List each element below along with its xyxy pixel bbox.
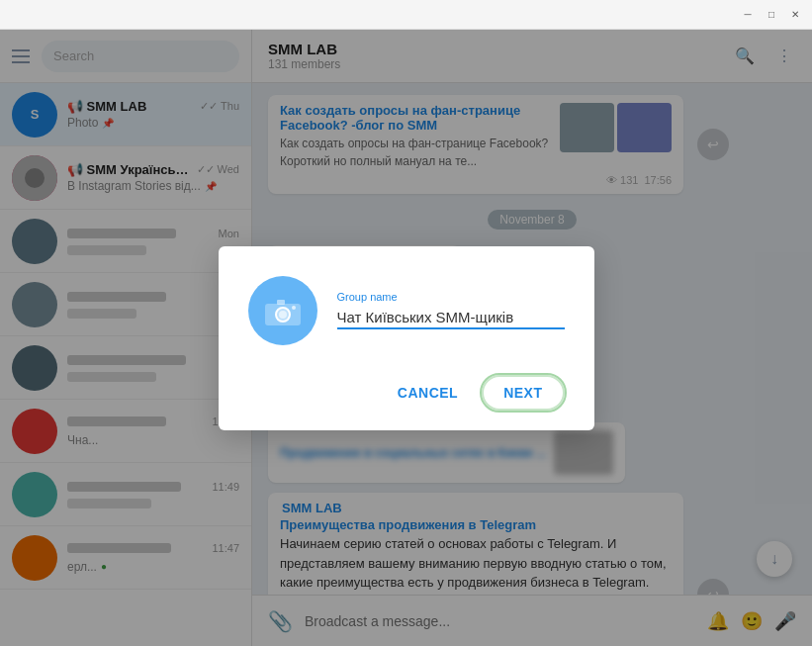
group-name-field: Group name	[337, 291, 565, 329]
group-name-input[interactable]	[337, 307, 565, 329]
modal-overlay: Group name CANCEL NEXT	[0, 30, 812, 646]
close-button[interactable]: ✕	[788, 8, 802, 22]
field-label: Group name	[337, 291, 565, 303]
minimize-button[interactable]: ─	[741, 8, 755, 22]
window-chrome: ─ □ ✕	[0, 0, 812, 30]
camera-icon	[265, 296, 301, 325]
svg-point-2	[279, 311, 287, 319]
window-controls: ─ □ ✕	[741, 8, 802, 22]
svg-point-4	[292, 306, 296, 310]
avatar-upload-button[interactable]	[248, 276, 317, 345]
cancel-button[interactable]: CANCEL	[398, 385, 458, 401]
modal-body: Group name	[248, 276, 565, 345]
modal-dialog: Group name CANCEL NEXT	[219, 246, 594, 430]
next-button[interactable]: NEXT	[482, 375, 564, 411]
maximize-button[interactable]: □	[765, 8, 778, 22]
modal-actions: CANCEL NEXT	[248, 375, 565, 411]
svg-rect-3	[277, 300, 285, 305]
